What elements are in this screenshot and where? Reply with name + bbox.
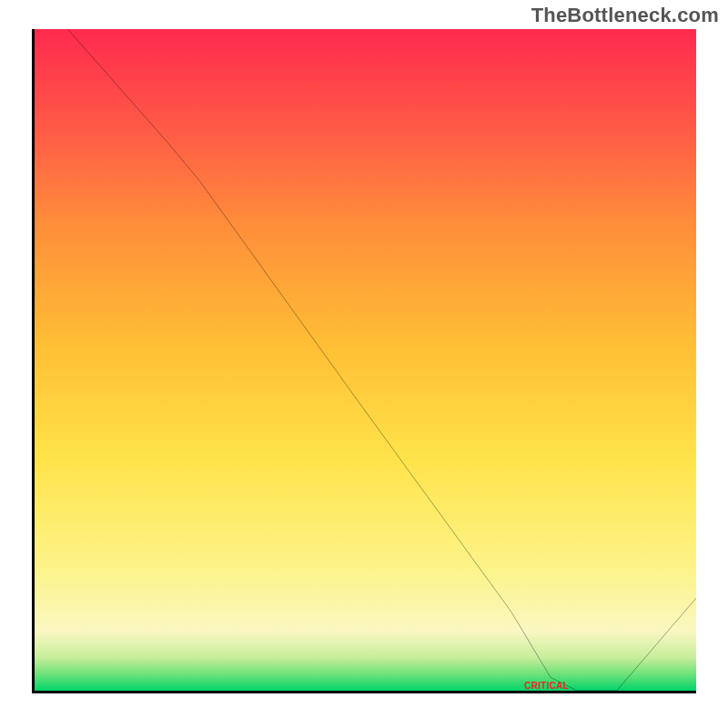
chart-frame: TheBottleneck.com CRITICAL	[0, 0, 728, 728]
min-marker-label: CRITICAL	[524, 681, 569, 691]
watermark-text: TheBottleneck.com	[531, 4, 719, 27]
plot-area: CRITICAL	[32, 29, 696, 693]
bottleneck-curve	[35, 29, 696, 691]
